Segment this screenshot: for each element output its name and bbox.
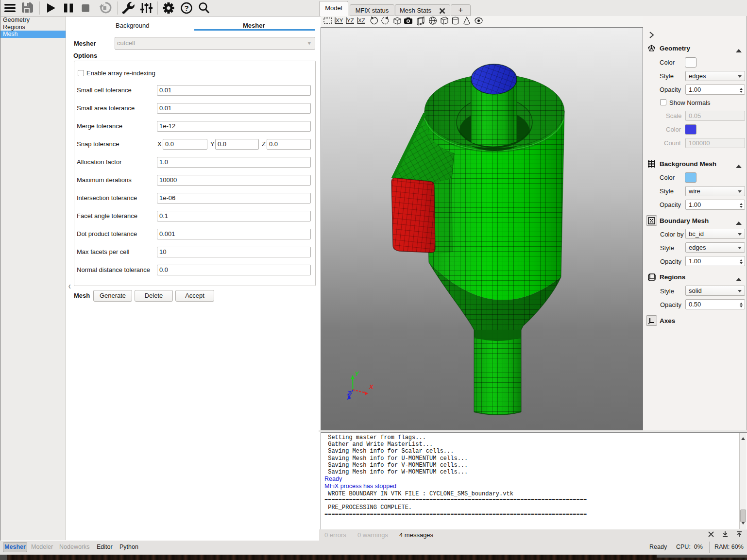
svg-text:X: X xyxy=(369,383,374,390)
svg-text:YZ: YZ xyxy=(347,17,354,23)
svg-text:Y: Y xyxy=(355,370,359,377)
svg-text:XZ: XZ xyxy=(358,17,365,23)
svg-text:XY: XY xyxy=(336,17,343,23)
svg-text:?: ? xyxy=(184,4,188,12)
svg-text:Z: Z xyxy=(347,390,352,397)
